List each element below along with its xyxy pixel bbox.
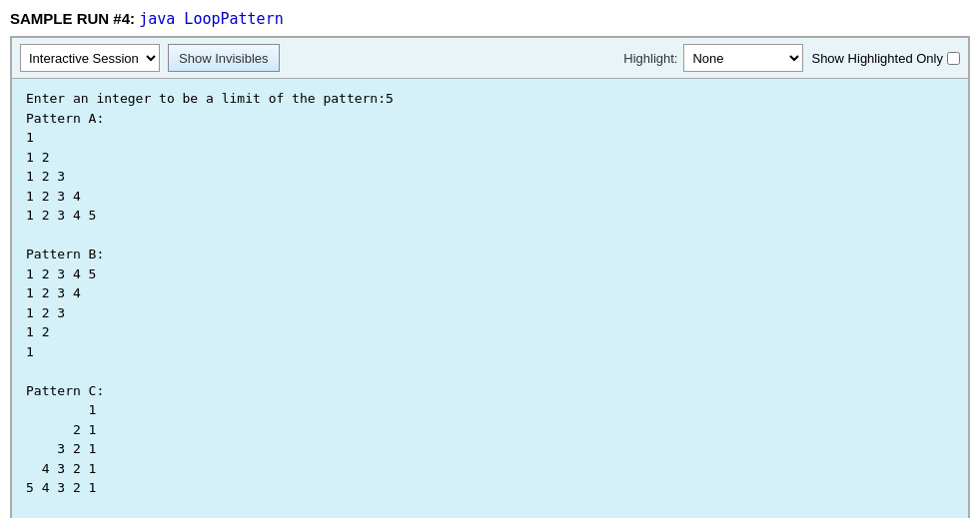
main-container: Interactive Session Compile Run Show Inv…: [10, 36, 970, 518]
highlight-label: Highlight:: [623, 51, 677, 66]
content-area: Enter an integer to be a limit of the pa…: [11, 78, 969, 518]
show-highlighted-section: Show Highlighted Only: [811, 51, 960, 66]
title-prefix: SAMPLE RUN #4:: [10, 10, 135, 27]
title-bar: SAMPLE RUN #4: java LoopPattern: [10, 10, 970, 28]
title-code: java LoopPattern: [139, 10, 284, 28]
highlight-section: Highlight: None Keywords Strings Comment…: [623, 44, 803, 72]
highlight-select[interactable]: None Keywords Strings Comments: [683, 44, 803, 72]
show-highlighted-checkbox[interactable]: [947, 52, 960, 65]
toolbar: Interactive Session Compile Run Show Inv…: [11, 37, 969, 78]
show-highlighted-label: Show Highlighted Only: [811, 51, 943, 66]
show-invisibles-button[interactable]: Show Invisibles: [168, 44, 280, 72]
session-select[interactable]: Interactive Session Compile Run: [20, 44, 160, 72]
